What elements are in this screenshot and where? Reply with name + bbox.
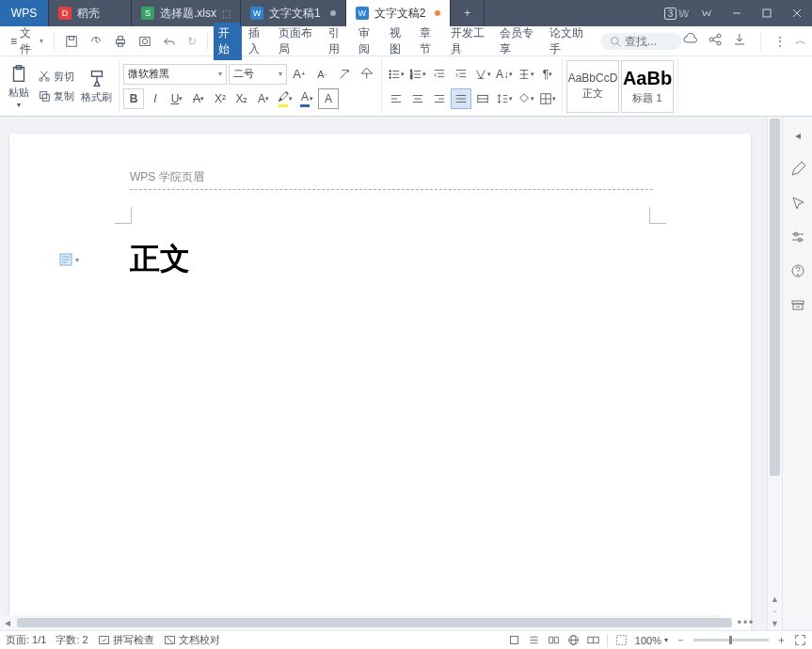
proofread-toggle[interactable]: 文档校对	[164, 633, 220, 647]
zoom-fit-icon[interactable]	[615, 634, 628, 646]
fullscreen-icon[interactable]	[794, 634, 806, 646]
view-print-icon[interactable]	[508, 634, 520, 646]
zoom-out-icon[interactable]: －	[676, 633, 686, 647]
ribbon-tab-insert[interactable]: 插入	[244, 23, 272, 60]
document-area[interactable]: WPS 学院页眉 正文 ▾ ◂ ▸ •••	[0, 117, 767, 630]
export-icon[interactable]	[732, 32, 747, 50]
vertical-scrollbar[interactable]: ▲ ◦ ▼	[767, 117, 782, 630]
ribbon-tab-devtools[interactable]: 开发工具	[446, 23, 494, 60]
para-marks-icon[interactable]: ¶▾	[537, 64, 558, 85]
subscript-icon[interactable]: X₂	[231, 88, 252, 109]
sort-icon[interactable]: A↓▾	[494, 64, 515, 85]
font-color-icon[interactable]: A▾	[296, 88, 317, 109]
view-reading-icon[interactable]	[548, 634, 560, 646]
cut-button[interactable]: 剪切	[35, 68, 77, 86]
view-web-icon[interactable]	[567, 634, 580, 646]
highlight-icon[interactable]: 🖍▾	[275, 88, 295, 109]
superscript-icon[interactable]: X²	[210, 88, 231, 109]
font-size-select[interactable]: 二号▾	[229, 64, 287, 85]
zoom-value[interactable]: 100% ▾	[635, 635, 668, 646]
help-icon[interactable]	[787, 260, 809, 282]
char-shading-icon[interactable]: A	[318, 88, 339, 109]
document-body-text[interactable]: 正文	[130, 239, 190, 280]
zoom-slider[interactable]	[693, 639, 769, 641]
expand-sidebar-icon[interactable]: ◂	[787, 124, 809, 147]
word-count[interactable]: 字数: 2	[56, 633, 88, 647]
italic-icon[interactable]: I	[145, 88, 166, 109]
decrease-indent-icon[interactable]	[429, 64, 450, 85]
align-center-icon[interactable]	[407, 88, 428, 109]
ribbon-tab-member[interactable]: 会员专享	[495, 23, 543, 60]
more-icon[interactable]: ⋮	[774, 35, 786, 48]
save-icon[interactable]	[60, 32, 83, 51]
pen-tool-icon[interactable]	[787, 158, 809, 181]
redo-icon[interactable]: ↻	[183, 32, 201, 51]
minimize-button[interactable]	[722, 0, 752, 26]
align-distrib-icon[interactable]	[472, 88, 493, 109]
page-nav-icon[interactable]: ◦	[773, 607, 776, 616]
style-heading1[interactable]: AaBb标题 1	[621, 60, 674, 113]
ribbon-tab-home[interactable]: 开始	[214, 23, 242, 60]
align-left-icon[interactable]	[386, 88, 406, 109]
search-box[interactable]	[600, 33, 681, 50]
borders-icon[interactable]: ▾	[537, 88, 558, 109]
ribbon-tab-references[interactable]: 引用	[324, 23, 352, 60]
ribbon-tab-view[interactable]: 视图	[385, 23, 413, 60]
copy-button[interactable]: 复制	[35, 87, 77, 105]
tab-spreadsheet[interactable]: S选择题.xlsx⬚	[132, 0, 241, 26]
increase-indent-icon[interactable]	[451, 64, 471, 85]
share-icon[interactable]	[708, 32, 723, 50]
more-options-icon[interactable]: •••	[731, 616, 761, 629]
select-tool-icon[interactable]	[787, 192, 809, 214]
phonetic-icon[interactable]: 㐃	[357, 64, 377, 85]
view-draft-icon[interactable]	[587, 634, 599, 646]
close-button[interactable]	[782, 0, 812, 26]
font-name-select[interactable]: 微软雅黑▾	[123, 64, 227, 85]
spellcheck-toggle[interactable]: 拼写检查	[98, 633, 154, 647]
format-painter-button[interactable]: 格式刷	[77, 67, 116, 106]
wps-logo-icon[interactable]	[692, 0, 722, 26]
ribbon-tab-thesis[interactable]: 论文助手	[545, 23, 593, 60]
page-indicator[interactable]: 页面: 1/1	[6, 633, 46, 647]
page-header[interactable]: WPS 学院页眉	[130, 169, 653, 190]
align-right-icon[interactable]	[429, 88, 450, 109]
notification-badge[interactable]: 3𝕎	[661, 0, 692, 26]
shading-icon[interactable]: ▾	[516, 88, 536, 109]
archive-icon[interactable]	[787, 293, 809, 316]
clear-format-icon[interactable]	[334, 64, 355, 85]
maximize-button[interactable]	[752, 0, 782, 26]
next-page-icon[interactable]: ▼	[771, 619, 779, 628]
ribbon-tab-review[interactable]: 审阅	[354, 23, 382, 60]
settings-slider-icon[interactable]	[787, 226, 809, 248]
collapse-ribbon-icon[interactable]: ︿	[795, 33, 806, 49]
view-outline-icon[interactable]	[528, 634, 540, 646]
hscroll-thumb[interactable]	[17, 618, 732, 627]
hamburger-menu[interactable]: ≡ 文件 ▾	[6, 23, 48, 60]
underline-icon[interactable]: U▾	[167, 88, 187, 109]
paste-button[interactable]: 粘贴▾	[5, 62, 33, 111]
horizontal-scrollbar[interactable]: ◂ ▸	[0, 615, 722, 630]
bullets-icon[interactable]: ▾	[386, 64, 406, 85]
zoom-in-icon[interactable]: ＋	[776, 633, 787, 647]
undo-icon[interactable]	[158, 32, 181, 51]
text-effects-icon[interactable]: A▾	[253, 88, 274, 109]
ribbon-tab-section[interactable]: 章节	[415, 23, 443, 60]
text-direction-icon[interactable]: ▾	[472, 64, 493, 85]
scroll-left-icon[interactable]: ◂	[0, 616, 15, 629]
numbering-icon[interactable]: 123▾	[407, 64, 428, 85]
paragraph-layout-icon[interactable]: ▾	[58, 252, 79, 267]
print-direct-icon[interactable]	[134, 32, 156, 51]
print-preview-icon[interactable]	[85, 32, 107, 51]
tab-doc1[interactable]: W文字文稿1	[241, 0, 346, 26]
search-input[interactable]	[625, 35, 672, 48]
shrink-font-icon[interactable]: A-	[311, 64, 332, 85]
bold-icon[interactable]: B	[123, 88, 144, 109]
style-normal[interactable]: AaBbCcD正文	[566, 60, 619, 113]
vscroll-thumb[interactable]	[770, 119, 780, 476]
new-tab-button[interactable]: +	[451, 0, 485, 26]
cloud-icon[interactable]	[683, 32, 698, 50]
wps-home-tab[interactable]: WPS	[0, 0, 49, 26]
line-spacing-top-icon[interactable]: ▾	[516, 64, 536, 85]
align-justify-icon[interactable]	[451, 88, 471, 109]
page[interactable]: WPS 学院页眉 正文	[9, 134, 751, 630]
